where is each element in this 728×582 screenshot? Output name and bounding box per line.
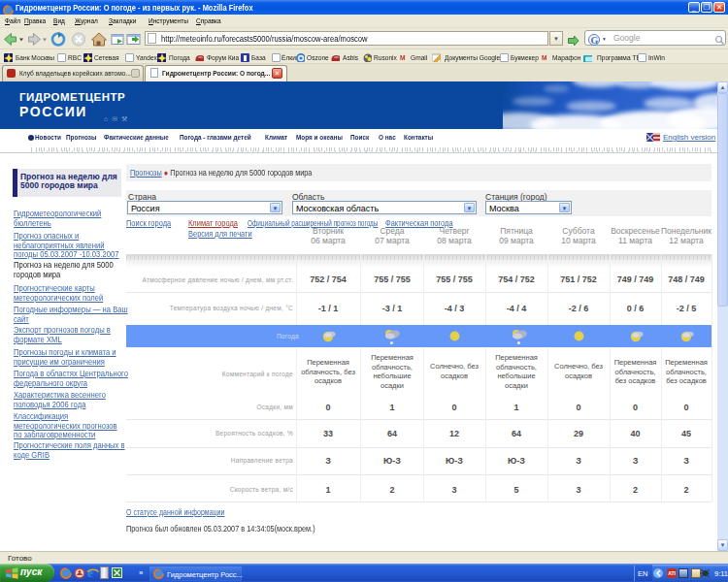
- svg-text:G: G: [591, 35, 599, 46]
- svg-text:e: e: [87, 566, 93, 579]
